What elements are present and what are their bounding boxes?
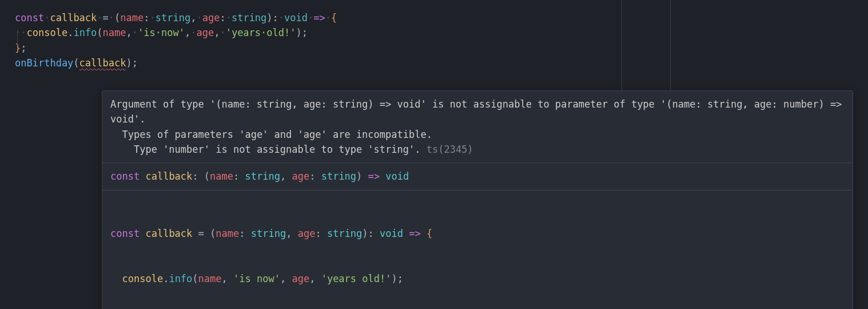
hover-error-message: Argument of type '(name: string, age: st… (102, 91, 853, 163)
code-line-3: }; (15, 41, 868, 56)
code-editor[interactable]: const·callback·=·(name:·string,·age:·str… (0, 0, 868, 70)
code-line-2: ··console.info(name,·'is·now',·age,·'yea… (15, 25, 868, 40)
hover-tooltip: Argument of type '(name: string, age: st… (102, 90, 853, 309)
hover-signature: const callback: (name: string, age: stri… (102, 163, 853, 190)
code-line-4: onBirthday(callback); (15, 56, 868, 70)
error-token-callback[interactable]: callback (79, 57, 126, 69)
error-code: ts(2345) (427, 144, 473, 155)
indent-guide (17, 30, 18, 46)
code-line-1: const·callback·=·(name:·string,·age:·str… (15, 10, 868, 25)
hover-definition: const callback = (name: string, age: str… (102, 191, 853, 309)
